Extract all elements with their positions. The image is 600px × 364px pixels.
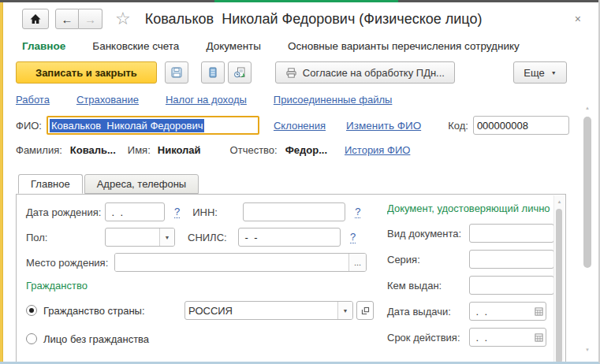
firstname-value: Николай bbox=[158, 144, 201, 156]
section-nav: Главное Банковские счета Документы Основ… bbox=[0, 35, 598, 56]
home-button[interactable] bbox=[22, 9, 49, 29]
citizenship-country-label: Гражданство страны: bbox=[43, 305, 184, 317]
patronymic-label: Отчество: bbox=[230, 144, 278, 156]
window-header: ← → ☆ Ковальков Николай Федорович (Физич… bbox=[0, 2, 598, 35]
more-label: Еще bbox=[524, 67, 544, 79]
back-button[interactable]: ← bbox=[55, 9, 79, 29]
inn-input[interactable] bbox=[243, 202, 345, 221]
page-title: Ковальков Николай Федорович (Физическое … bbox=[145, 11, 483, 28]
panel-scrollbar-thumb[interactable] bbox=[556, 209, 562, 363]
calendar-icon[interactable] bbox=[531, 307, 546, 316]
tab-addresses-phones[interactable]: Адреса, телефоны bbox=[84, 174, 199, 194]
scroll-up-icon[interactable]: ▲ bbox=[582, 106, 593, 115]
main-tab-panel: Дата рождения: ? ИНН: ? Пол: ▼ СНИЛС: ? … bbox=[16, 194, 566, 364]
window-top-border-accent bbox=[214, 0, 398, 2]
home-icon bbox=[29, 13, 42, 25]
open-in-window-icon bbox=[360, 306, 371, 316]
snils-input[interactable] bbox=[238, 228, 341, 247]
declensions-link[interactable]: Склонения bbox=[274, 120, 326, 132]
nav-item-bank-accounts[interactable]: Банковские счета bbox=[92, 40, 179, 52]
birth-date-help-link[interactable]: ? bbox=[174, 206, 180, 218]
doc-type-label: Вид документа: bbox=[387, 228, 469, 240]
birth-date-input[interactable] bbox=[105, 202, 165, 221]
fio-row: ФИО: Ковальков Николай Федорович Склонен… bbox=[0, 113, 598, 138]
citizenship-dropdown-icon[interactable]: ▼ bbox=[337, 302, 352, 319]
tab-bar: Главное Адреса, телефоны bbox=[0, 174, 598, 194]
code-input[interactable] bbox=[473, 116, 569, 135]
gender-select[interactable]: ▼ bbox=[105, 228, 175, 247]
link-insurance[interactable]: Страхование bbox=[76, 94, 139, 106]
link-income-tax[interactable]: Налог на доходы bbox=[166, 94, 247, 106]
consent-pdn-button[interactable]: Согласие на обработку ПДн... bbox=[275, 61, 455, 84]
identity-document-column: Документ, удостоверяющий лично Вид докум… bbox=[387, 202, 561, 353]
gender-label: Пол: bbox=[26, 232, 105, 243]
name-parts-row: Фамилия: Коваль... Имя: Николай Отчество… bbox=[0, 138, 598, 162]
change-fio-link[interactable]: Изменить ФИО bbox=[346, 120, 421, 132]
citizenship-country-radio[interactable] bbox=[26, 305, 37, 316]
citizenship-header: Гражданство bbox=[26, 280, 385, 293]
fio-label: ФИО: bbox=[16, 120, 42, 132]
birth-place-input[interactable] bbox=[115, 254, 348, 271]
nav-item-main[interactable]: Главное bbox=[22, 40, 65, 52]
stateless-label: Лицо без гражданства bbox=[43, 333, 149, 345]
nav-item-transfer-options[interactable]: Основные варианты перечисления сотрудник… bbox=[288, 40, 520, 52]
change-history-button[interactable] bbox=[228, 61, 252, 84]
history-nav-group: ← → bbox=[55, 9, 102, 29]
quick-links: Работа Страхование Налог на доходы Присо… bbox=[0, 89, 598, 110]
save-close-button[interactable]: Записать и закрыть bbox=[16, 61, 157, 84]
chevron-down-icon: ▼ bbox=[551, 70, 557, 76]
floppy-disk-icon bbox=[170, 66, 183, 79]
tab-main[interactable]: Главное bbox=[18, 174, 83, 194]
fio-history-link[interactable]: История ФИО bbox=[345, 144, 410, 156]
forward-button[interactable]: → bbox=[79, 9, 102, 29]
issued-by-label: Кем выдан: bbox=[387, 280, 469, 292]
favorite-star-icon[interactable]: ☆ bbox=[115, 10, 131, 28]
issued-by-input[interactable] bbox=[469, 276, 554, 295]
inn-label: ИНН: bbox=[192, 206, 243, 218]
personal-data-column: Дата рождения: ? ИНН: ? Пол: ▼ СНИЛС: ? … bbox=[26, 202, 385, 358]
series-label: Серия: bbox=[387, 254, 469, 266]
birth-place-label: Место рождения: bbox=[26, 257, 114, 269]
link-attached-files[interactable]: Присоединенные файлы bbox=[274, 94, 393, 106]
fio-selected-text: Ковальков Николай Федорович bbox=[50, 119, 205, 132]
issue-date-input[interactable] bbox=[470, 306, 531, 318]
page-scrollbar[interactable]: ▲ ▼ bbox=[582, 106, 593, 357]
birth-date-label: Дата рождения: bbox=[26, 206, 105, 218]
gender-value bbox=[106, 228, 159, 246]
back-icon: ← bbox=[61, 13, 73, 26]
series-input[interactable] bbox=[469, 250, 554, 269]
birth-place-ellipsis-button[interactable]: ... bbox=[348, 254, 366, 271]
citizenship-country-value: РОССИЯ bbox=[185, 302, 337, 319]
calendar-icon[interactable] bbox=[531, 333, 546, 342]
toolbar: Записать и закрыть Согласие на обработку… bbox=[0, 61, 598, 84]
scroll-down-icon[interactable]: ▼ bbox=[582, 347, 593, 357]
more-button[interactable]: Еще ▼ bbox=[513, 61, 567, 84]
fio-input[interactable]: Ковальков Николай Федорович bbox=[47, 116, 259, 135]
window-top-border bbox=[0, 0, 598, 2]
issue-date-label: Дата выдачи: bbox=[387, 306, 469, 318]
issue-date-field bbox=[469, 302, 546, 321]
forward-icon: → bbox=[84, 13, 96, 26]
link-work[interactable]: Работа bbox=[16, 94, 50, 106]
list-icon bbox=[207, 66, 219, 79]
firstname-label: Имя: bbox=[128, 144, 151, 156]
inn-help-link[interactable]: ? bbox=[355, 206, 360, 218]
open-country-button[interactable] bbox=[356, 301, 374, 320]
printer-icon bbox=[285, 67, 297, 79]
save-button[interactable] bbox=[165, 61, 188, 84]
nav-item-documents[interactable]: Документы bbox=[206, 40, 261, 52]
gender-dropdown-icon[interactable]: ▼ bbox=[159, 228, 174, 246]
snils-help-link[interactable]: ? bbox=[350, 232, 356, 243]
panel-scrollbar[interactable]: ▲ bbox=[553, 195, 565, 364]
scroll-up-icon[interactable]: ▲ bbox=[554, 195, 565, 207]
validity-date-input[interactable] bbox=[470, 332, 531, 344]
stateless-radio[interactable] bbox=[26, 333, 37, 344]
birth-place-field: ... bbox=[114, 253, 367, 272]
close-icon[interactable]: × bbox=[575, 13, 581, 25]
doc-type-input[interactable] bbox=[469, 224, 554, 243]
related-documents-button[interactable] bbox=[201, 61, 225, 84]
citizenship-country-select[interactable]: РОССИЯ ▼ bbox=[184, 301, 353, 320]
surname-value: Коваль... bbox=[70, 144, 116, 156]
code-label: Код: bbox=[448, 120, 468, 132]
snils-label: СНИЛС: bbox=[188, 232, 238, 243]
